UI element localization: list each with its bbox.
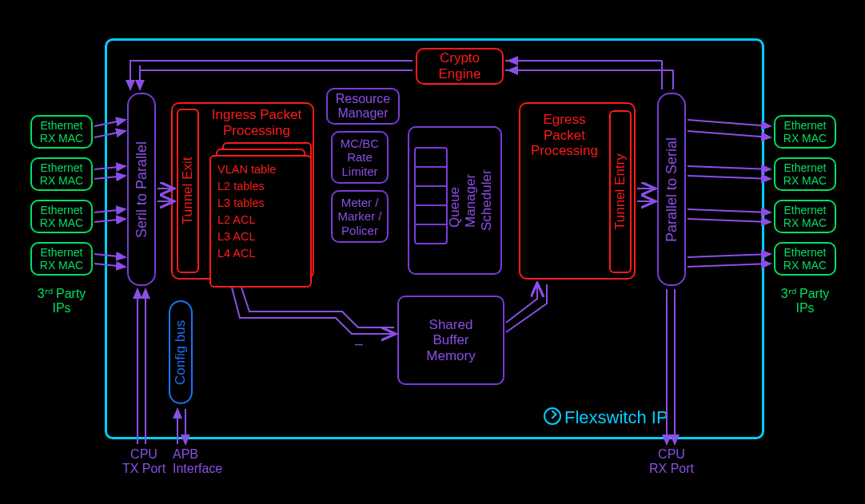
svg-line-5 xyxy=(94,219,126,222)
svg-line-4 xyxy=(94,209,126,212)
svg-line-11 xyxy=(688,131,771,137)
svg-line-17 xyxy=(688,264,771,267)
svg-line-2 xyxy=(94,166,126,169)
svg-line-7 xyxy=(94,264,126,267)
svg-line-10 xyxy=(688,120,771,126)
svg-line-0 xyxy=(94,120,126,126)
svg-line-12 xyxy=(688,166,771,169)
svg-line-6 xyxy=(94,254,126,257)
svg-line-15 xyxy=(688,219,771,222)
svg-line-13 xyxy=(688,176,771,179)
arrows-layer xyxy=(0,0,865,504)
svg-line-3 xyxy=(94,176,126,179)
svg-line-16 xyxy=(688,254,771,257)
svg-line-14 xyxy=(688,209,771,212)
svg-line-1 xyxy=(94,131,126,137)
